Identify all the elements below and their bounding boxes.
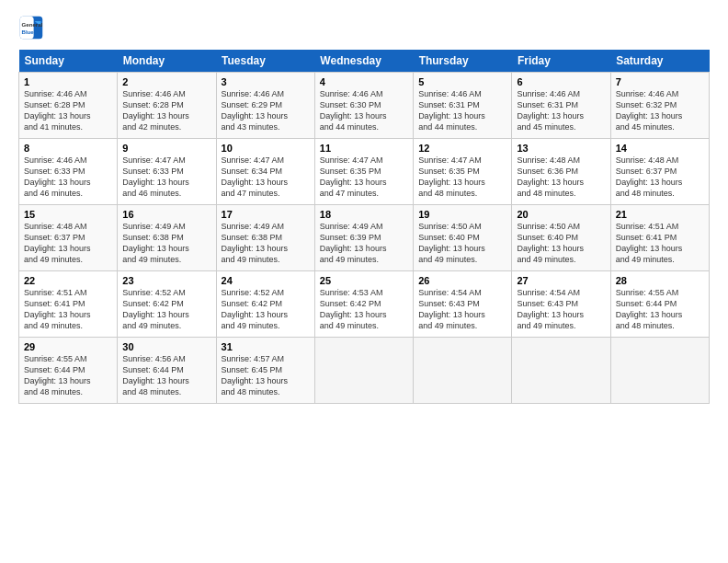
day-info: Sunrise: 4:49 AM Sunset: 6:39 PM Dayligh… [320,221,408,266]
day-info: Sunrise: 4:46 AM Sunset: 6:32 PM Dayligh… [616,88,704,133]
day-number: 3 [222,76,310,87]
day-info: Sunrise: 4:46 AM Sunset: 6:28 PM Dayligh… [24,88,112,133]
day-info: Sunrise: 4:48 AM Sunset: 6:37 PM Dayligh… [616,155,704,200]
header-row: SundayMondayTuesdayWednesdayThursdayFrid… [19,50,710,73]
day-info: Sunrise: 4:47 AM Sunset: 6:33 PM Dayligh… [122,155,210,200]
day-cell [512,338,610,404]
week-row-5: 29Sunrise: 4:55 AM Sunset: 6:44 PM Dayli… [19,338,710,404]
day-info: Sunrise: 4:53 AM Sunset: 6:42 PM Dayligh… [320,287,408,332]
day-info: Sunrise: 4:49 AM Sunset: 6:38 PM Dayligh… [122,221,210,266]
day-cell: 13Sunrise: 4:48 AM Sunset: 6:36 PM Dayli… [512,139,610,205]
logo: General Blue [18,15,44,40]
day-cell: 22Sunrise: 4:51 AM Sunset: 6:41 PM Dayli… [19,271,118,338]
day-cell: 26Sunrise: 4:54 AM Sunset: 6:43 PM Dayli… [414,271,512,338]
day-number: 13 [517,143,605,154]
day-info: Sunrise: 4:52 AM Sunset: 6:42 PM Dayligh… [222,287,310,332]
svg-text:Blue: Blue [22,29,35,35]
day-cell: 14Sunrise: 4:48 AM Sunset: 6:37 PM Dayli… [610,139,709,205]
day-number: 20 [517,209,605,220]
day-number: 23 [122,275,210,286]
day-number: 15 [24,209,112,220]
column-header-monday: Monday [118,50,216,73]
day-info: Sunrise: 4:46 AM Sunset: 6:29 PM Dayligh… [222,88,310,133]
day-info: Sunrise: 4:47 AM Sunset: 6:34 PM Dayligh… [222,155,310,200]
day-cell: 8Sunrise: 4:46 AM Sunset: 6:33 PM Daylig… [19,139,118,205]
day-cell [610,338,709,404]
day-info: Sunrise: 4:54 AM Sunset: 6:43 PM Dayligh… [418,287,506,332]
day-number: 7 [616,76,704,87]
day-cell: 24Sunrise: 4:52 AM Sunset: 6:42 PM Dayli… [216,271,314,338]
day-cell: 30Sunrise: 4:56 AM Sunset: 6:44 PM Dayli… [118,338,216,404]
calendar-table: SundayMondayTuesdayWednesdayThursdayFrid… [18,50,710,404]
day-cell: 31Sunrise: 4:57 AM Sunset: 6:45 PM Dayli… [216,338,314,404]
day-cell: 17Sunrise: 4:49 AM Sunset: 6:38 PM Dayli… [216,205,314,271]
day-info: Sunrise: 4:48 AM Sunset: 6:36 PM Dayligh… [517,155,605,200]
day-cell: 15Sunrise: 4:48 AM Sunset: 6:37 PM Dayli… [19,205,118,271]
day-cell: 23Sunrise: 4:52 AM Sunset: 6:42 PM Dayli… [118,271,216,338]
day-number: 8 [24,143,112,154]
day-cell: 25Sunrise: 4:53 AM Sunset: 6:42 PM Dayli… [314,271,413,338]
day-cell: 27Sunrise: 4:54 AM Sunset: 6:43 PM Dayli… [512,271,610,338]
day-cell: 16Sunrise: 4:49 AM Sunset: 6:38 PM Dayli… [118,205,216,271]
day-info: Sunrise: 4:50 AM Sunset: 6:40 PM Dayligh… [517,221,605,266]
day-number: 28 [616,275,704,286]
day-number: 12 [418,143,506,154]
day-cell: 21Sunrise: 4:51 AM Sunset: 6:41 PM Dayli… [610,205,709,271]
column-header-wednesday: Wednesday [314,50,413,73]
day-number: 25 [320,275,408,286]
day-cell: 28Sunrise: 4:55 AM Sunset: 6:44 PM Dayli… [610,271,709,338]
column-header-friday: Friday [512,50,610,73]
day-number: 16 [122,209,210,220]
day-number: 29 [24,341,112,352]
day-number: 10 [222,143,310,154]
day-number: 24 [222,275,310,286]
day-number: 22 [24,275,112,286]
day-cell: 10Sunrise: 4:47 AM Sunset: 6:34 PM Dayli… [216,139,314,205]
column-header-thursday: Thursday [414,50,512,73]
day-info: Sunrise: 4:51 AM Sunset: 6:41 PM Dayligh… [616,221,704,266]
week-row-4: 22Sunrise: 4:51 AM Sunset: 6:41 PM Dayli… [19,271,710,338]
day-number: 4 [320,76,408,87]
day-number: 11 [320,143,408,154]
day-info: Sunrise: 4:54 AM Sunset: 6:43 PM Dayligh… [517,287,605,332]
logo-icon: General Blue [18,15,44,40]
day-number: 14 [616,143,704,154]
day-info: Sunrise: 4:50 AM Sunset: 6:40 PM Dayligh… [418,221,506,266]
day-info: Sunrise: 4:49 AM Sunset: 6:38 PM Dayligh… [222,221,310,266]
svg-text:General: General [22,21,43,28]
day-info: Sunrise: 4:55 AM Sunset: 6:44 PM Dayligh… [24,353,112,398]
day-info: Sunrise: 4:56 AM Sunset: 6:44 PM Dayligh… [122,353,210,398]
column-header-saturday: Saturday [610,50,709,73]
day-info: Sunrise: 4:57 AM Sunset: 6:45 PM Dayligh… [222,353,310,398]
day-number: 26 [418,275,506,286]
day-cell: 5Sunrise: 4:46 AM Sunset: 6:31 PM Daylig… [414,73,512,139]
day-number: 1 [24,76,112,87]
day-cell: 3Sunrise: 4:46 AM Sunset: 6:29 PM Daylig… [216,73,314,139]
column-header-tuesday: Tuesday [216,50,314,73]
header: General Blue [18,15,710,40]
day-number: 27 [517,275,605,286]
day-cell [314,338,413,404]
column-header-sunday: Sunday [19,50,118,73]
day-info: Sunrise: 4:47 AM Sunset: 6:35 PM Dayligh… [418,155,506,200]
day-number: 9 [122,143,210,154]
day-number: 6 [517,76,605,87]
day-cell: 6Sunrise: 4:46 AM Sunset: 6:31 PM Daylig… [512,73,610,139]
day-cell: 19Sunrise: 4:50 AM Sunset: 6:40 PM Dayli… [414,205,512,271]
week-row-3: 15Sunrise: 4:48 AM Sunset: 6:37 PM Dayli… [19,205,710,271]
day-cell: 11Sunrise: 4:47 AM Sunset: 6:35 PM Dayli… [314,139,413,205]
day-number: 5 [418,76,506,87]
day-number: 31 [222,341,310,352]
day-number: 17 [222,209,310,220]
page: General Blue SundayMondayTuesdayWednesda… [0,0,728,563]
day-cell [414,338,512,404]
day-cell: 7Sunrise: 4:46 AM Sunset: 6:32 PM Daylig… [610,73,709,139]
day-info: Sunrise: 4:46 AM Sunset: 6:30 PM Dayligh… [320,88,408,133]
day-number: 30 [122,341,210,352]
day-info: Sunrise: 4:46 AM Sunset: 6:31 PM Dayligh… [517,88,605,133]
day-cell: 1Sunrise: 4:46 AM Sunset: 6:28 PM Daylig… [19,73,118,139]
day-number: 2 [122,76,210,87]
day-cell: 2Sunrise: 4:46 AM Sunset: 6:28 PM Daylig… [118,73,216,139]
week-row-2: 8Sunrise: 4:46 AM Sunset: 6:33 PM Daylig… [19,139,710,205]
day-info: Sunrise: 4:55 AM Sunset: 6:44 PM Dayligh… [616,287,704,332]
